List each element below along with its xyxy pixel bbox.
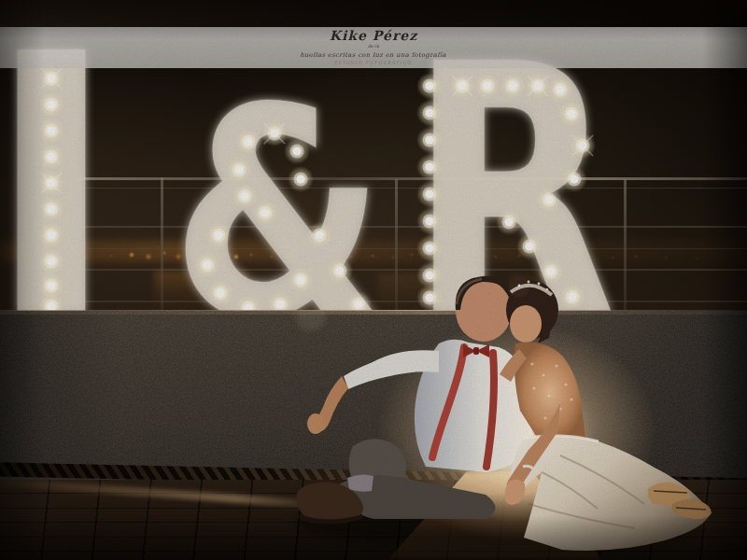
photographer-logo: Kike Pérez (330, 29, 417, 43)
logo-flourish: de vk (368, 44, 379, 48)
logo-studio-line: ESTUDIO FOTOGRAFICO (334, 61, 412, 65)
bride-face (510, 305, 542, 343)
groom-hand (307, 413, 324, 434)
bokeh-flare (296, 301, 326, 330)
seated-couple (0, 0, 747, 560)
watermark-band: Kike Pérez de vk huellas escritas con lu… (0, 27, 747, 68)
groom-trouser-cuff (347, 474, 374, 491)
logo-tagline: huellas escritas con luz en una fotograf… (301, 51, 447, 59)
groom-bowtie-knot (473, 347, 479, 355)
wedding-night-photo: I & R (0, 0, 747, 560)
